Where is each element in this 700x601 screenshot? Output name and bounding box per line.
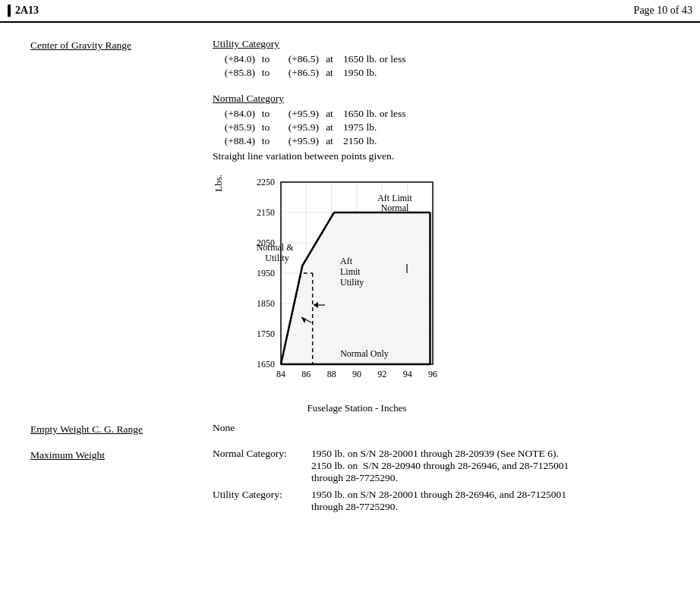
u-weight-2: 1950 lb. xyxy=(343,67,377,79)
empty-weight-section: Empty Weight C. G. Range None xyxy=(30,422,670,436)
n-val2-3: (+95.9) xyxy=(276,135,319,147)
maximum-weight-label: Maximum Weight xyxy=(30,448,213,518)
svg-marker-30 xyxy=(281,212,430,364)
page-header: 2A13 Page 10 of 43 xyxy=(0,0,700,23)
svg-text:1650: 1650 xyxy=(257,359,275,370)
center-of-gravity-label: Center of Gravity Range xyxy=(30,38,213,162)
svg-text:1850: 1850 xyxy=(257,298,275,309)
n-val1-2: (+85.9) xyxy=(213,121,255,134)
u-val1-2: (+85.8) xyxy=(213,67,255,79)
normal-row-3: (+88.4) to (+95.9) at 2150 lb. xyxy=(213,135,670,147)
u-to-1: to xyxy=(258,53,273,65)
max-weight-normal-label: Normal Category: xyxy=(213,448,311,484)
y-axis-label: Lbs. xyxy=(213,175,225,207)
u-val1-1: (+84.0) xyxy=(213,53,255,65)
svg-text:92: 92 xyxy=(377,369,386,379)
n-val1-1: (+84.0) xyxy=(213,108,255,120)
n-to-1: to xyxy=(258,108,273,120)
chart-inner: 2250 2150 2050 1950 1850 1750 1650 84 86… xyxy=(228,175,478,414)
svg-text:Aft: Aft xyxy=(340,256,353,266)
center-of-gravity-content: Utility Category (+84.0) to (+86.5) at 1… xyxy=(213,38,670,162)
variation-note: Straight line variation between points g… xyxy=(213,150,670,162)
maximum-weight-content: Normal Category: 1950 lb. on S/N 28-2000… xyxy=(213,448,670,518)
u-at-2: at xyxy=(322,67,337,79)
normal-category-title: Normal Category xyxy=(213,93,670,105)
center-of-gravity-section: Center of Gravity Range Utility Category… xyxy=(30,38,670,162)
u-to-2: to xyxy=(258,67,273,79)
max-weight-utility-label: Utility Category: xyxy=(213,489,311,513)
n-weight-1: 1650 lb. or less xyxy=(343,108,406,120)
page-id: 2A13 xyxy=(8,5,39,17)
utility-category-title: Utility Category xyxy=(213,38,670,50)
normal-row-2: (+85.9) to (+95.9) at 1975 lb. xyxy=(213,121,670,134)
u-at-1: at xyxy=(322,53,337,65)
svg-text:Normal Only: Normal Only xyxy=(340,348,389,359)
page-number: Page 10 of 43 xyxy=(634,5,692,17)
svg-text:86: 86 xyxy=(301,369,311,379)
svg-text:88: 88 xyxy=(327,369,336,379)
svg-text:Utility: Utility xyxy=(340,277,364,288)
max-weight-normal-row: Normal Category: 1950 lb. on S/N 28-2000… xyxy=(213,448,670,484)
svg-text:Normal &: Normal & xyxy=(257,242,295,253)
n-val1-3: (+88.4) xyxy=(213,135,255,147)
svg-text:1750: 1750 xyxy=(257,329,275,339)
n-to-3: to xyxy=(258,135,273,147)
chart-wrapper: Lbs. xyxy=(213,175,478,414)
normal-row-1: (+84.0) to (+95.9) at 1650 lb. or less xyxy=(213,108,670,120)
max-weight-utility-row: Utility Category: 1950 lb. on S/N 28-200… xyxy=(213,489,670,513)
svg-text:90: 90 xyxy=(352,369,361,379)
svg-text:2250: 2250 xyxy=(257,177,275,187)
svg-text:94: 94 xyxy=(403,369,412,379)
maximum-weight-section: Maximum Weight Normal Category: 1950 lb.… xyxy=(30,448,670,518)
utility-row-1: (+84.0) to (+86.5) at 1650 lb. or less xyxy=(213,53,670,65)
empty-weight-value: None xyxy=(213,422,670,436)
n-val2-2: (+95.9) xyxy=(276,121,319,134)
x-axis-label: Fuselage Station - Inches xyxy=(281,402,433,414)
n-at-3: at xyxy=(322,135,337,147)
n-weight-3: 2150 lb. xyxy=(343,135,377,147)
chart-section: Lbs. xyxy=(213,175,670,414)
svg-text:Utility: Utility xyxy=(265,253,289,263)
svg-text:Aft Limit: Aft Limit xyxy=(377,193,412,203)
max-weight-normal-text: 1950 lb. on S/N 28-20001 through 28-2093… xyxy=(311,448,670,484)
n-at-2: at xyxy=(322,121,337,134)
svg-text:2150: 2150 xyxy=(257,207,275,218)
empty-weight-label: Empty Weight C. G. Range xyxy=(30,422,213,436)
max-weight-utility-text: 1950 lb. on S/N 28-20001 through 28-2694… xyxy=(311,489,670,513)
n-at-1: at xyxy=(322,108,337,120)
u-val2-2: (+86.5) xyxy=(276,67,319,79)
svg-text:Normal: Normal xyxy=(381,203,409,213)
u-val2-1: (+86.5) xyxy=(276,53,319,65)
n-val2-1: (+95.9) xyxy=(276,108,319,120)
u-weight-1: 1650 lb. or less xyxy=(343,53,406,65)
content-area: Center of Gravity Range Utility Category… xyxy=(0,38,700,518)
svg-text:Limit: Limit xyxy=(340,266,361,277)
utility-row-2: (+85.8) to (+86.5) at 1950 lb. xyxy=(213,67,670,79)
cg-chart: 2250 2150 2050 1950 1850 1750 1650 84 86… xyxy=(228,175,478,395)
n-to-2: to xyxy=(258,121,273,134)
n-weight-2: 1975 lb. xyxy=(343,121,377,134)
svg-text:1950: 1950 xyxy=(257,268,275,278)
svg-text:84: 84 xyxy=(276,369,285,379)
svg-text:96: 96 xyxy=(428,369,437,379)
